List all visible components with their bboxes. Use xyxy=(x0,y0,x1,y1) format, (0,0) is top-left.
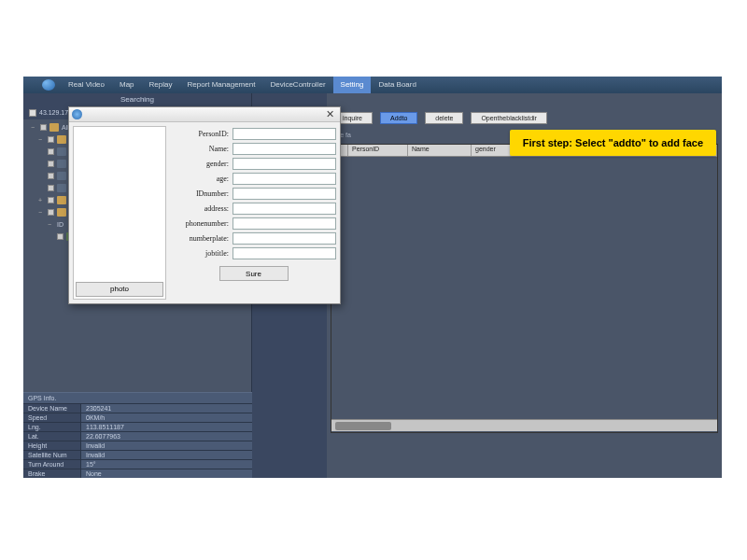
input-name[interactable] xyxy=(233,143,336,155)
camera-icon xyxy=(57,160,66,168)
label-numberplate: numberplate: xyxy=(171,234,233,243)
input-age[interactable] xyxy=(233,173,336,185)
menu-report[interactable]: Report Management xyxy=(179,77,262,93)
menu-map[interactable]: Map xyxy=(112,77,142,93)
dialog-icon xyxy=(72,109,82,119)
label-phonenumber: phonenumber: xyxy=(171,219,233,228)
photo-area: photo xyxy=(73,126,166,300)
camera-icon xyxy=(57,172,66,180)
menu-replay[interactable]: Replay xyxy=(142,77,180,93)
input-idnumber[interactable] xyxy=(233,188,336,200)
menu-data-board[interactable]: Data Board xyxy=(371,77,423,93)
label-jobtitle: jobtitle: xyxy=(171,249,233,258)
content-pane: inquire Addto delete Opentheblacklistdir… xyxy=(327,106,722,478)
label-age: age: xyxy=(171,175,233,183)
label-idnumber: IDnumber: xyxy=(171,189,233,198)
sub-bar: Searching xyxy=(23,93,722,106)
tree-checkbox[interactable] xyxy=(40,124,47,131)
sub-menu-slot xyxy=(252,93,327,106)
label-personid: PersonID: xyxy=(171,130,233,138)
input-numberplate[interactable] xyxy=(233,232,336,245)
input-address[interactable] xyxy=(233,203,336,215)
open-blacklist-button[interactable]: Opentheblacklistdir xyxy=(471,112,547,124)
label-address: address: xyxy=(171,204,233,213)
dialog-titlebar[interactable]: ✕ xyxy=(69,107,340,122)
col-personid[interactable]: PersonID xyxy=(348,145,408,156)
input-phonenumber[interactable] xyxy=(233,217,336,230)
add-person-dialog: ✕ photo PersonID: Name: gender: age: IDn… xyxy=(68,106,341,304)
label-name: Name: xyxy=(171,145,233,153)
col-name[interactable]: Name xyxy=(408,145,472,156)
label-gender: gender: xyxy=(171,160,233,168)
menu-device-controller[interactable]: DeviceController xyxy=(262,77,332,93)
delete-button[interactable]: delete xyxy=(425,112,463,124)
menu-setting[interactable]: Setting xyxy=(333,77,372,93)
app-window: Real Video Map Replay Report Management … xyxy=(23,77,722,478)
menubar: Real Video Map Replay Report Management … xyxy=(23,77,722,93)
instruction-callout: First step: Select "addto" to add face xyxy=(510,130,716,156)
grid-hscrollbar[interactable] xyxy=(331,419,717,431)
addto-button[interactable]: Addto xyxy=(380,112,417,124)
searching-bar: Searching xyxy=(23,93,252,106)
camera-icon xyxy=(57,147,66,156)
camera-icon xyxy=(57,184,66,192)
photo-button[interactable]: photo xyxy=(76,282,163,297)
app-logo-icon xyxy=(42,79,55,91)
form-area: PersonID: Name: gender: age: IDnumber: a… xyxy=(171,126,336,300)
menu-real-video[interactable]: Real Video xyxy=(61,77,112,93)
input-jobtitle[interactable] xyxy=(233,247,336,259)
close-icon[interactable]: ✕ xyxy=(323,108,337,120)
ip-checkbox[interactable] xyxy=(29,109,36,117)
action-buttons: inquire Addto delete Opentheblacklistdir xyxy=(331,110,718,130)
photo-preview xyxy=(74,127,165,280)
input-personid[interactable] xyxy=(233,128,336,140)
scroll-thumb[interactable] xyxy=(335,422,391,430)
folder-icon xyxy=(49,123,59,132)
sure-button[interactable]: Sure xyxy=(219,266,289,281)
grid-body[interactable] xyxy=(331,157,717,419)
expand-icon[interactable]: − xyxy=(31,124,38,131)
data-grid: PersonID Name gender age IDnumber addres… xyxy=(331,144,718,433)
input-gender[interactable] xyxy=(233,158,336,170)
